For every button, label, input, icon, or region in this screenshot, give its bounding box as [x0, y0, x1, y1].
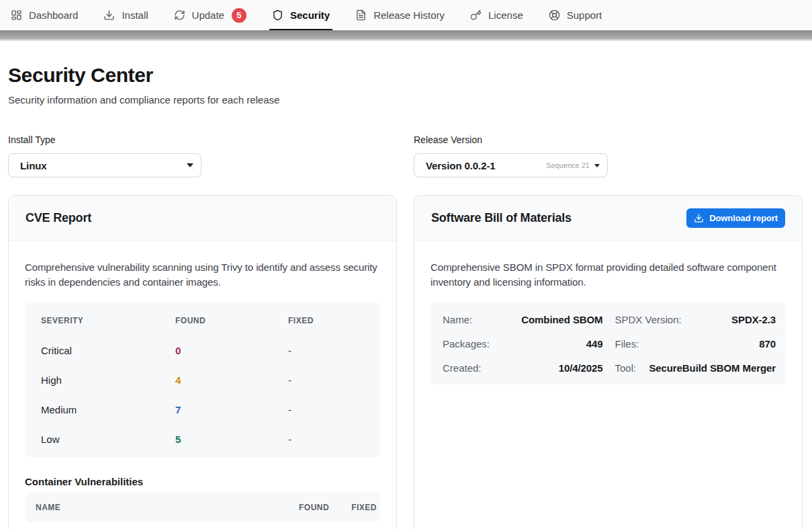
sbom-detail-value: SecureBuild SBOM Merger [649, 362, 776, 374]
container-vulnerabilities-table: NAME FOUND FIXED [25, 493, 380, 522]
sbom-detail-label: Tool: [615, 362, 637, 374]
table-row: Critical 0 - [25, 335, 380, 365]
sbom-title: Software Bill of Materials [431, 211, 572, 225]
top-navigation: Dashboard Install Update 5 Security [0, 0, 812, 30]
severity-fixed-count: - [288, 404, 380, 415]
file-text-icon [355, 9, 367, 21]
cve-report-title: CVE Report [26, 211, 91, 225]
release-version-select[interactable]: Version 0.0.2-1 Sequence 21 [414, 153, 608, 177]
release-version-field: Release Version Version 0.0.2-1 Sequence… [414, 134, 803, 177]
severity-found-count: 4 [175, 374, 288, 386]
severity-name: High [41, 374, 175, 386]
chevron-down-icon [594, 164, 600, 167]
install-type-select[interactable]: Linux [8, 153, 201, 177]
severity-fixed-count: - [288, 434, 380, 445]
install-type-label: Install Type [8, 134, 397, 145]
sbom-detail-value: Combined SBOM [521, 314, 602, 325]
download-icon [694, 213, 704, 223]
download-icon [103, 9, 115, 21]
sequence-meta: Sequence 21 [546, 161, 600, 169]
sbom-body: Comprehensive SBOM in SPDX format provid… [414, 241, 802, 401]
sbom-detail-label: Name: [443, 314, 472, 325]
chevron-down-icon [187, 163, 193, 167]
found-col-header: FOUND [175, 316, 288, 325]
severity-name: Low [41, 434, 175, 445]
table-row: Created: 10/4/2025 Tool: SecureBuild SBO… [431, 356, 786, 380]
name-col-header: NAME [36, 503, 277, 512]
nav-item-support[interactable]: Support [536, 0, 615, 30]
sbom-card: Software Bill of Materials Download repo… [414, 195, 803, 529]
severity-name: Medium [41, 404, 175, 415]
sbom-detail-label: Packages: [443, 338, 490, 350]
nav-item-security[interactable]: Security [259, 0, 343, 30]
severity-col-header: SEVERITY [41, 316, 175, 325]
severity-fixed-count: - [288, 374, 380, 386]
table-row: Low 5 - [25, 424, 380, 454]
sbom-detail-value: 10/4/2025 [559, 362, 603, 374]
sbom-detail-label: Files: [615, 338, 639, 350]
nav-label-license: License [488, 9, 523, 21]
sbom-details-panel: Name: Combined SBOM SPDX Version: SPDX-2… [431, 302, 786, 384]
table-row: Name: Combined SBOM SPDX Version: SPDX-2… [431, 307, 786, 331]
download-report-label: Download report [709, 213, 778, 223]
severity-table: SEVERITY FOUND FIXED Critical 0 - High 4… [25, 302, 380, 457]
sbom-detail-value: 449 [586, 338, 603, 350]
sbom-detail-value: SPDX-2.3 [731, 314, 776, 325]
sbom-header: Software Bill of Materials Download repo… [414, 196, 802, 241]
life-buoy-icon [549, 9, 560, 21]
table-row: Medium 7 - [25, 395, 380, 424]
cve-report-body: Comprehensive vulnerability scanning usi… [9, 241, 396, 529]
sbom-detail-label: SPDX Version: [615, 314, 682, 325]
nav-item-license[interactable]: License [457, 0, 536, 30]
table-row: Packages: 449 Files: 870 [431, 331, 786, 356]
main-content: Security Center Security information and… [0, 64, 812, 529]
gradient-divider-band [0, 30, 812, 42]
shield-icon [272, 9, 283, 21]
nav-label-release-history: Release History [373, 9, 445, 21]
fixed-col-header: FIXED [288, 316, 380, 325]
nav-item-dashboard[interactable]: Dashboard [0, 0, 91, 30]
install-type-value: Linux [20, 160, 47, 171]
sbom-detail-value: 870 [759, 338, 776, 350]
container-vulnerabilities-title: Container Vulnerabilities [25, 476, 380, 487]
cve-report-card: CVE Report Comprehensive vulnerability s… [8, 195, 397, 529]
key-icon [470, 9, 482, 21]
release-version-value: Version 0.0.2-1 [426, 160, 496, 171]
layout-dashboard-icon [11, 9, 22, 21]
page-title: Security Center [8, 64, 803, 87]
table-row: High 4 - [25, 365, 380, 395]
severity-found-count: 0 [175, 345, 288, 356]
nav-item-install[interactable]: Install [91, 0, 161, 30]
cards-row: CVE Report Comprehensive vulnerability s… [8, 195, 803, 529]
filters-row: Install Type Linux Release Version Versi… [8, 134, 803, 177]
cve-report-header: CVE Report [9, 196, 396, 241]
nav-label-update: Update [192, 9, 224, 21]
page-subtitle: Security information and compliance repo… [8, 94, 803, 106]
nav-label-security: Security [290, 9, 330, 21]
severity-name: Critical [41, 345, 175, 356]
release-version-label: Release Version [414, 134, 803, 145]
nav-item-release-history[interactable]: Release History [343, 0, 457, 30]
container-vulnerabilities-table-header: NAME FOUND FIXED [25, 493, 380, 522]
refresh-icon [174, 9, 185, 21]
install-type-field: Install Type Linux [8, 134, 397, 177]
severity-table-header: SEVERITY FOUND FIXED [25, 306, 380, 335]
sbom-description: Comprehensive SBOM in SPDX format provid… [431, 260, 786, 289]
sequence-label: Sequence 21 [546, 161, 590, 169]
download-report-button[interactable]: Download report [686, 208, 785, 228]
cve-report-description: Comprehensive vulnerability scanning usi… [25, 260, 380, 289]
nav-label-install: Install [122, 9, 148, 21]
severity-fixed-count: - [288, 345, 380, 356]
severity-found-count: 7 [175, 404, 288, 415]
update-count-badge: 5 [232, 8, 246, 23]
nav-label-dashboard: Dashboard [29, 9, 78, 21]
nav-label-support: Support [567, 9, 602, 21]
nav-item-update[interactable]: Update 5 [161, 0, 259, 30]
found-col-header: FOUND [299, 503, 329, 512]
severity-found-count: 5 [175, 434, 288, 445]
fixed-col-header: FIXED [351, 503, 377, 512]
sbom-detail-label: Created: [443, 362, 482, 374]
